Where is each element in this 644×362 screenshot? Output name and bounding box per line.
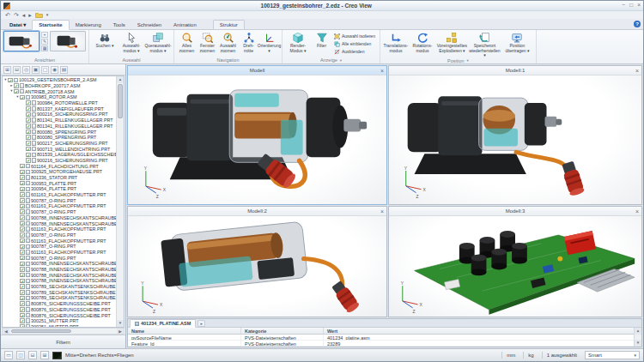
tab-schneiden[interactable]: Schneiden <box>131 21 167 29</box>
visibility-checkbox[interactable]: ✓ <box>20 262 25 267</box>
visibility-checkbox[interactable]: ✓ <box>20 313 25 318</box>
tree-item[interactable]: ✓900788_INNENSECHSKANTSCHRAUBE.PRT <box>3 267 116 273</box>
tree-item[interactable]: ✓900788_INNENSECHSKANTSCHRAUBE.PRT <box>3 220 116 226</box>
tree-item[interactable]: ✓900216_SICHERUNGSRING.PRT <box>3 112 116 118</box>
visibility-checkbox[interactable]: ✓ <box>20 279 25 284</box>
fenster-zoomen-button[interactable]: Fenster zoomen <box>197 31 217 53</box>
tree-item[interactable]: ✓900788_INNENSECHSKANTSCHRAUBE.PRT <box>3 278 116 284</box>
tree-item[interactable]: ✓801341_RILLENKUGELLAGER.PRT <box>3 124 116 130</box>
querauswahlmodus-button[interactable]: Querauswahl-modus ▾ <box>145 31 171 53</box>
tree-item[interactable]: ✓900216_SICHERUNGSRING.PRT <box>3 158 116 164</box>
scroll-down-icon[interactable]: ▼ <box>117 320 124 327</box>
viewport-modell-2[interactable]: Modell:2 × <box>127 206 387 317</box>
save-view-icon[interactable]: ▦ <box>41 45 48 51</box>
locate-selection-icon[interactable]: ◎ <box>22 66 30 74</box>
help-icon[interactable]: ? <box>634 21 641 27</box>
visibility-checkbox[interactable]: ✓ <box>20 232 25 238</box>
visibility-checkbox[interactable]: ✓ <box>26 130 31 135</box>
viewport-canvas[interactable]: Y X Z <box>128 216 386 317</box>
tab-datei[interactable]: Datei ▾ <box>3 21 32 29</box>
tree-item[interactable]: ✓900787_O-RING.PRT <box>3 244 116 250</box>
orientierung-button[interactable]: Orientierung ▾ <box>259 31 279 53</box>
tree-horizontal-scrollbar[interactable]: ◀ ▶ <box>2 328 125 335</box>
suchen-button[interactable]: Suchen ▾ <box>92 31 118 49</box>
visibility-checkbox[interactable]: ✓ <box>26 153 31 158</box>
tree-item[interactable]: ✓900788_INNENSECHSKANTSCHRAUBE.PRT <box>3 272 116 278</box>
qat-dropdown-icon[interactable]: ▾ <box>46 13 49 17</box>
visibility-checkbox[interactable]: ✓ <box>26 112 31 118</box>
position-dialog-launcher-icon[interactable]: ▾ <box>467 58 469 63</box>
layout-three-views-icon[interactable]: ⊟ <box>28 351 37 359</box>
filter-button[interactable]: Filter <box>312 31 331 49</box>
anzeige-dialog-launcher-icon[interactable]: ▾ <box>340 58 342 63</box>
tree-item[interactable]: ✓900789_SECHSKANTSENKSCHRAUBE.PRT <box>3 289 116 295</box>
visibility-checkbox[interactable]: ✓ <box>20 192 25 197</box>
voreingestelltes-explodieren-button[interactable]: Voreingestelltes Explodieren ▾ <box>436 31 468 53</box>
tree-item[interactable]: ✓601163_FLACHKOPFMUTTER.PRT <box>3 250 116 256</box>
visibility-checkbox[interactable]: ✓ <box>20 164 25 169</box>
tree-item[interactable]: ✓300953_PLATTE.PRT <box>3 180 116 186</box>
scroll-left-icon[interactable]: ◀ <box>3 329 9 334</box>
tree-item[interactable]: ✓801336_STATOR.PRT <box>3 175 116 181</box>
visibility-checkbox[interactable]: ✓ <box>20 307 25 312</box>
activate-component-icon[interactable]: ◉ <box>51 66 58 74</box>
tree-item[interactable]: ✓900789_SECHSKANTSENKSCHRAUBE.PRT <box>3 295 116 301</box>
tree-item[interactable]: ▾✓300983_ROTOR.ASM <box>3 94 116 100</box>
visibility-checkbox[interactable]: ✓ <box>20 296 25 301</box>
scroll-right-icon[interactable]: ▶ <box>117 329 124 334</box>
visibility-checkbox[interactable]: ✓ <box>20 187 25 192</box>
visibility-checkbox[interactable]: ✓ <box>20 209 25 214</box>
component-properties-icon[interactable]: ▤ <box>60 66 68 74</box>
scroll-up-icon[interactable]: ▲ <box>117 76 124 83</box>
tree-item[interactable]: ▸✓BOHRKOPF_200717.ASM <box>3 83 116 89</box>
minimize-button[interactable]: − <box>622 3 625 9</box>
properties-secondary-tab[interactable]: ▸ <box>197 320 205 327</box>
tree-item[interactable]: ✓900788_INNENSECHSKANTSCHRAUBE.PRT <box>3 215 116 221</box>
edit-view-icon[interactable]: ✎ <box>41 39 48 45</box>
visibility-checkbox[interactable]: ✓ <box>20 175 25 180</box>
tree-item[interactable]: ✓300251_MUTTER.PRT <box>3 324 116 327</box>
viewport-modell[interactable]: Modell × <box>127 65 387 205</box>
scroll-track[interactable] <box>9 329 117 334</box>
visibility-checkbox[interactable]: ✓ <box>20 256 25 261</box>
expand-all-icon[interactable]: ⊞ <box>3 66 11 74</box>
column-header-name[interactable]: Name <box>128 328 241 334</box>
tree-item[interactable]: ✓800876_SICHERUNGSSCHEIBE.PRT <box>3 312 116 318</box>
viewport-modell-1[interactable]: Modell:1 × <box>388 65 642 205</box>
tree-item[interactable]: ✓900787_O-RING.PRT <box>3 209 116 215</box>
tree-item[interactable]: ✓900217_SICHERUNGSRING.PRT <box>3 141 116 147</box>
tree-item[interactable]: ✓900787_O-RING.PRT <box>3 232 116 238</box>
viewport-header[interactable]: Modell:3 × <box>389 207 641 216</box>
scroll-thumb[interactable] <box>118 84 123 118</box>
visibility-checkbox[interactable]: ✓ <box>20 198 25 203</box>
undo-icon[interactable]: ↶ <box>5 12 10 18</box>
auswahl-isolieren-button[interactable]: Auswahl isolieren <box>332 33 377 39</box>
tree-item[interactable]: ✓801341_RILLENKUGELLAGER.PRT <box>3 118 116 124</box>
render-modus-button[interactable]: Render-Modus ▾ <box>285 31 311 53</box>
visibility-checkbox[interactable]: ✓ <box>20 204 25 209</box>
viewport-header[interactable]: Modell:2 × <box>128 207 386 216</box>
column-header-kategorie[interactable]: Kategorie <box>241 328 324 334</box>
visibility-checkbox[interactable]: ✓ <box>14 83 19 88</box>
auswahl-zoomen-button[interactable]: Auswahl zoomen <box>218 31 238 53</box>
visibility-checkbox[interactable]: ✓ <box>20 95 25 100</box>
visibility-checkbox[interactable]: ✓ <box>26 100 31 106</box>
viewport-canvas[interactable]: Y X Z <box>128 75 386 204</box>
viewport-close-icon[interactable]: × <box>380 207 384 216</box>
visibility-checkbox[interactable]: ✓ <box>20 250 25 255</box>
tree-item[interactable]: ✓800080_SPRENGRING.PRT <box>3 135 116 141</box>
alle-einblenden-button[interactable]: Alle einblenden <box>332 40 377 47</box>
tree-item[interactable]: ✓900788_INNENSECHSKANTSCHRAUBE.PRT <box>3 261 116 267</box>
visibility-checkbox[interactable]: ✓ <box>20 221 25 226</box>
scroll-track[interactable] <box>117 83 124 320</box>
tree-item[interactable]: ✓601163_FLACHKOPFMUTTER.PRT <box>3 192 116 198</box>
tab-markierung[interactable]: Markierung <box>70 21 107 29</box>
collapse-all-icon[interactable]: ⊟ <box>13 66 21 74</box>
viewport-close-icon[interactable]: × <box>635 66 639 75</box>
visibility-checkbox[interactable]: ✓ <box>26 147 31 152</box>
viewport-close-icon[interactable]: × <box>380 66 384 75</box>
visibility-checkbox[interactable]: ✓ <box>20 181 25 186</box>
properties-tab-platine[interactable]: 401234_PLATINE.ASM <box>130 319 196 328</box>
visibility-checkbox[interactable]: ✓ <box>26 158 31 163</box>
visibility-checkbox[interactable]: ✓ <box>20 273 25 278</box>
